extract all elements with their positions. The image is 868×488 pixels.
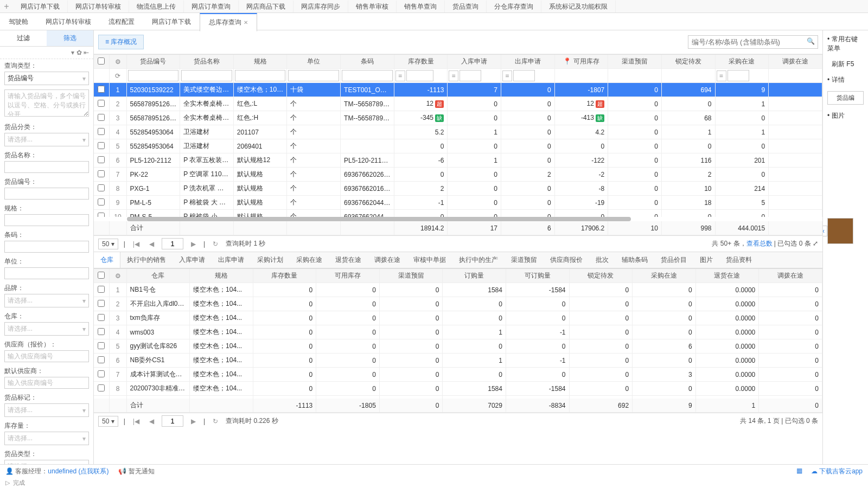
top-tab[interactable]: 网店库存同步 (293, 1, 348, 12)
page-size-select[interactable]: 50 ▾ (98, 239, 118, 249)
column-header[interactable]: 规格 (233, 55, 287, 69)
overview-button[interactable]: ≡ 库存概况 (98, 35, 144, 49)
column-header[interactable]: 采购在途 (633, 269, 696, 283)
unit-input[interactable] (4, 267, 89, 279)
sub-tab[interactable]: 货品资料 (719, 252, 758, 268)
sub-tab[interactable]: 调拨在途 (368, 252, 407, 268)
next-page-button[interactable]: ▶ (189, 240, 198, 248)
expand-icon[interactable]: ⤢ (813, 240, 818, 247)
filter-input[interactable] (128, 70, 179, 81)
table-row[interactable]: 820200730非精准仓库缕空木色；104...0001584-1584000… (94, 382, 822, 396)
collapse-icon[interactable]: ⇤ (84, 49, 89, 56)
column-header[interactable]: 单位 (287, 55, 341, 69)
refresh-icon[interactable]: ⟳ (115, 72, 120, 80)
table-row[interactable]: 1520301539222美式缕空餐边柜 ... 批缕空木色；104...十袋T… (94, 83, 822, 97)
thumb-prev-icon[interactable]: ‹ (822, 226, 827, 236)
sub-tab[interactable]: 货品价目 (654, 252, 693, 268)
brand-select[interactable]: 请选择...▾ (4, 294, 89, 307)
sub-tab[interactable]: 供应商报价 (544, 252, 589, 268)
add-tab-button[interactable]: + (0, 2, 13, 11)
table-row[interactable]: 6NB委外CS1缕空木色；104...0001-1000.00000 (94, 354, 822, 368)
qr-icon[interactable]: ▦ (796, 467, 802, 475)
column-header[interactable]: 调拨在途 (769, 55, 822, 69)
query-type-select[interactable]: 货品编号▾ (4, 72, 89, 85)
sub-tab[interactable]: 批次 (589, 252, 615, 268)
next-page-button-2[interactable]: ▶ (189, 418, 198, 425)
code-input[interactable] (4, 188, 89, 200)
gear-icon[interactable]: ⚙ (115, 58, 121, 66)
close-icon[interactable]: ✕ (244, 20, 248, 25)
horizontal-scrollbar[interactable] (127, 217, 631, 221)
sub-tab[interactable]: 图片 (693, 252, 719, 268)
table-row[interactable]: 6PL5-120-2112P 衣罩五枚装 透明黑...默认规格12个PL5-12… (94, 153, 822, 168)
view-total-link[interactable]: 查看总数 (746, 240, 773, 247)
product-thumbnail[interactable] (827, 218, 853, 244)
download-app-link[interactable]: ☁ 下载吉客云app (811, 467, 863, 475)
column-header[interactable]: 库存数量 (253, 269, 316, 283)
tab-select[interactable]: 筛选 (47, 30, 93, 46)
table-row[interactable]: 5gyy测试仓库826缕空木色；104...00000060.00000 (94, 339, 822, 354)
column-header[interactable]: 货品编号 (126, 55, 180, 69)
prev-page-button[interactable]: ◀ (147, 240, 156, 248)
sub-tab[interactable]: 辅助条码 (615, 252, 654, 268)
prev-page-button-2[interactable]: ◀ (147, 418, 156, 425)
column-header[interactable]: 退货在途 (695, 269, 759, 283)
gear-icon[interactable]: ⚙ (115, 272, 121, 280)
detail-button[interactable]: 货品编 (827, 91, 864, 105)
sub-tab[interactable]: 出库申请 (212, 252, 251, 268)
column-header[interactable]: 📍 可用库存 (554, 55, 608, 69)
table-row[interactable]: 2不开启出入库dl0002缕空木色；104...00000000.00000 (94, 297, 822, 311)
refresh-menu-item[interactable]: 刷新 F5 (832, 60, 864, 69)
column-header[interactable]: 库存数量 (394, 55, 448, 69)
column-header[interactable]: 入库申请 (448, 55, 501, 69)
top-tab[interactable]: 网店订单转审核 (68, 1, 129, 12)
main-tab[interactable]: 网店订单下载 (143, 14, 200, 30)
spec-input[interactable] (4, 214, 89, 226)
column-header[interactable]: 条码 (341, 55, 394, 69)
search-input[interactable] (688, 35, 818, 49)
top-tab[interactable]: 分仓库存查询 (487, 1, 541, 12)
sub-tab[interactable]: 执行中的生产 (452, 252, 505, 268)
main-tab[interactable]: 驾驶舱 (0, 14, 37, 30)
column-header[interactable]: 可用库存 (316, 269, 380, 283)
column-header[interactable]: 调拨在途 (759, 269, 822, 283)
top-tab[interactable]: 销售单审核 (348, 1, 397, 12)
column-header[interactable]: 渠道预留 (379, 269, 443, 283)
select-all-checkbox[interactable] (98, 57, 105, 65)
column-header[interactable]: 渠道预留 (608, 55, 662, 69)
table-row[interactable]: 1NB1号仓缕空木色；104...0001584-1584000.00000 (94, 283, 822, 297)
name-input[interactable] (4, 161, 89, 173)
top-tab[interactable]: 网店商品下载 (239, 1, 293, 12)
top-tab[interactable]: 网店订单下载 (13, 1, 68, 12)
sub-tab[interactable]: 退货在途 (329, 252, 368, 268)
sub-tab[interactable]: 仓库 (94, 252, 120, 268)
table-row[interactable]: 4552854953064卫浴建材201107个5.2104.2011 (94, 125, 822, 139)
main-tab[interactable]: 流程配置 (100, 14, 143, 30)
top-tab[interactable]: 系统标记及功能权限 (541, 1, 616, 12)
table-row[interactable]: 9PM-L-5P 棉被袋 大 四叶草默认规格个6936766204441-100… (94, 196, 822, 210)
table-row[interactable]: 3txm负库存缕空木色；104...00000000.00000 (94, 311, 822, 325)
table-row[interactable]: 10PM-S-5P 棉被袋 小 四叶草默认规格个6936766204403000… (94, 210, 822, 217)
column-header[interactable]: 锁定待发 (569, 269, 633, 283)
tag-select[interactable]: 请选择...▾ (4, 403, 89, 417)
supplier-input[interactable] (4, 350, 89, 362)
main-tab[interactable]: 总库存查询✕ (200, 13, 257, 31)
sub-tab[interactable]: 执行中的销售 (120, 252, 173, 268)
default-supplier-input[interactable] (4, 377, 89, 389)
table-row[interactable]: 7PK-22P 空调罩 110 四叶...默认规格个69367662026520… (94, 168, 822, 182)
code-textarea[interactable] (4, 89, 89, 117)
search-icon[interactable]: 🔍 (807, 37, 815, 45)
page-size-select-2[interactable]: 50 ▾ (98, 416, 118, 427)
table-row[interactable]: 35658789512651全实木餐桌椅组合 ...红色,:H个TM--5658… (94, 111, 822, 125)
manager-link[interactable]: undefined (点我联系) (48, 467, 108, 475)
column-header[interactable]: 订购量 (443, 269, 506, 283)
refresh-button[interactable]: ↻ (210, 240, 220, 248)
table-row[interactable]: 4wms003缕空木色；104...0001-1000.00000 (94, 325, 822, 339)
column-header[interactable]: 采购在途 (715, 55, 769, 69)
main-tab[interactable]: 网店订单转审核 (37, 14, 100, 30)
sub-tab[interactable]: 采购计划 (251, 252, 290, 268)
table-row[interactable]: 25658789512651全实木餐桌椅组合 ...红色,:L个TM--5658… (94, 97, 822, 111)
table-row[interactable]: 8PXG-1P 洗衣机罩 滚筒 几何默认规格个6936766201686200-… (94, 182, 822, 196)
first-page-button-2[interactable]: |◀ (131, 418, 142, 425)
column-header[interactable]: 出库申请 (501, 55, 554, 69)
